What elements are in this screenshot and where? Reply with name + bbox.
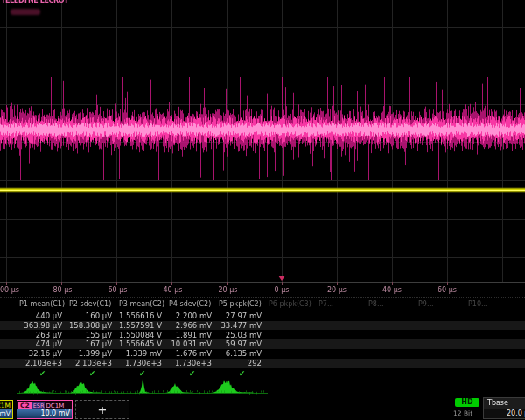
timebase-descriptor[interactable]: Tbase 20.0 µs [483, 397, 525, 419]
c1-coupling-label: DC1M [0, 402, 10, 410]
channel-c1-descriptor[interactable]: DC1M 0 mV [0, 400, 13, 419]
measurement-value: 59.97 mV [217, 340, 262, 348]
measurement-value: 167 µV [67, 340, 112, 348]
logo-tagline-smudge [10, 9, 40, 15]
time-axis-tick [6, 282, 7, 285]
time-axis-label: -60 µs [106, 286, 128, 294]
measurement-value: 6.135 mV [217, 349, 262, 358]
measurement-value: 25.03 mV [217, 331, 262, 340]
measurement-value: 32.16 µV [18, 349, 62, 358]
measurement-header-p10[interactable]: P10... [468, 300, 488, 308]
hd-bits-label: 12 Bit [453, 410, 472, 417]
time-axis-label: -80 µs [51, 286, 73, 294]
measurement-row: 440 µV160 µV1.556616 V2.200 mV27.97 mV [0, 312, 525, 321]
measurement-header-p6[interactable]: P6 pkpk(C3) [269, 300, 312, 308]
measurement-row: 32.16 µV1.399 µV1.339 mV1.676 mV6.135 mV [0, 349, 525, 359]
measurement-value: 440 µV [18, 312, 62, 320]
status-check-icon: ✔ [89, 369, 96, 378]
measurement-value: 1.730e+3 [117, 359, 162, 368]
measurement-value: 160 µV [67, 312, 112, 320]
measurement-table: P1 mean(C1)P2 sdev(C1)P3 mean(C2)P4 sdev… [0, 298, 525, 379]
measurement-row: 363.98 µV158.308 µV1.557591 V2.966 mV33.… [0, 321, 525, 331]
measurement-value: 263 µV [18, 331, 62, 340]
trigger-position-marker[interactable] [278, 276, 285, 281]
measurement-row: 263 µV155 µV1.550084 V1.891 mV25.03 mV [0, 331, 525, 340]
measurement-header-p4[interactable]: P4 sdev(C2) [169, 300, 211, 308]
measurement-row: 2.103e+32.103e+31.730e+31.730e+3292 [0, 359, 525, 368]
measurement-header-p8[interactable]: P8... [368, 300, 384, 308]
status-check-icon: ✔ [39, 369, 46, 378]
timebase-label: Tbase [487, 399, 508, 407]
measurement-row: 474 µV167 µV1.556645 V10.031 mV59.97 mV [0, 340, 525, 349]
status-check-icon: ✔ [139, 369, 146, 378]
plus-icon: + [98, 403, 108, 416]
measurement-value: 1.891 mV [167, 331, 212, 340]
measurement-value: 2.200 mV [167, 312, 212, 320]
time-axis-tick [61, 282, 62, 285]
measurement-value: 1.556645 V [117, 340, 162, 348]
measurement-value: 2.966 mV [167, 321, 212, 330]
measurement-value: 155 µV [67, 331, 112, 340]
time-axis-tick [282, 282, 283, 285]
measurement-value: 1.676 mV [167, 349, 212, 358]
time-axis-label: -100 µs [0, 286, 19, 294]
measurement-header-p2[interactable]: P2 sdev(C1) [69, 300, 111, 308]
measurement-value: 2.103e+3 [18, 359, 62, 368]
time-axis-tick [172, 282, 172, 285]
measurement-value: 1.556616 V [117, 312, 162, 320]
measurement-value: 292 [217, 359, 262, 368]
status-check-icon: ✔ [239, 369, 246, 378]
c2-vertical-scale: 10.0 mV [40, 410, 70, 417]
measurement-value: 27.97 mV [217, 312, 262, 320]
c2-esr-badge: ESR [32, 402, 46, 410]
measurement-value: 158.308 µV [67, 321, 112, 330]
measurement-value: 1.730e+3 [167, 359, 212, 368]
measurement-header-p1[interactable]: P1 mean(C1) [19, 300, 65, 308]
measurement-value: 363.98 µV [18, 321, 62, 330]
time-axis-tick [116, 282, 117, 285]
time-axis-tick [227, 282, 228, 285]
measurement-header-p5[interactable]: P5 pkpk(C2) [219, 300, 262, 308]
time-axis-label: 20 µs [327, 286, 346, 294]
c1-vertical-scale: 0 mV [0, 410, 10, 417]
measurement-header-p7[interactable]: P7... [318, 300, 334, 308]
timebase-scale-value: 20.0 µs [507, 410, 525, 417]
c2-channel-badge: C2 [18, 402, 32, 410]
status-check-icon: ✔ [189, 369, 196, 378]
measurement-header-p9[interactable]: P9... [418, 300, 434, 308]
time-axis-label: 60 µs [438, 286, 457, 294]
time-axis-label: -20 µs [216, 286, 238, 294]
time-axis-label: 40 µs [382, 286, 402, 294]
c2-coupling-label: DC1M [46, 402, 64, 410]
time-axis-tick [392, 282, 393, 285]
measurement-value: 1.399 µV [67, 349, 112, 358]
measurement-value: 474 µV [18, 340, 62, 348]
measurement-value: 33.477 mV [217, 321, 262, 330]
c2-descriptor-toprow: C2 ESR DC1M [18, 402, 64, 410]
measurement-header-p3[interactable]: P3 mean(C2) [119, 300, 164, 308]
measurement-value: 2.103e+3 [67, 359, 112, 368]
time-axis-tick [447, 282, 448, 285]
measurement-value: 10.031 mV [167, 340, 212, 348]
measurement-value: 1.339 mV [117, 349, 162, 358]
time-axis-line [0, 282, 525, 283]
channel-c2-descriptor[interactable]: C2 ESR DC1M 10.0 mV [17, 400, 73, 419]
measurement-value: 1.550084 V [117, 331, 162, 340]
time-axis-tick [337, 282, 338, 285]
hd-mode-badge: HD [455, 398, 480, 407]
time-axis-label: 0 µs [275, 286, 290, 294]
measurement-value: 1.557591 V [117, 321, 162, 330]
oscilloscope-screen: TELEDYNE LECROY -100 µs-80 µs-60 µs-40 µ… [0, 0, 525, 420]
teledyne-lecroy-logo: TELEDYNE LECROY [1, 0, 68, 4]
time-axis-label: -40 µs [161, 286, 183, 294]
add-trace-button[interactable]: + [75, 400, 130, 419]
